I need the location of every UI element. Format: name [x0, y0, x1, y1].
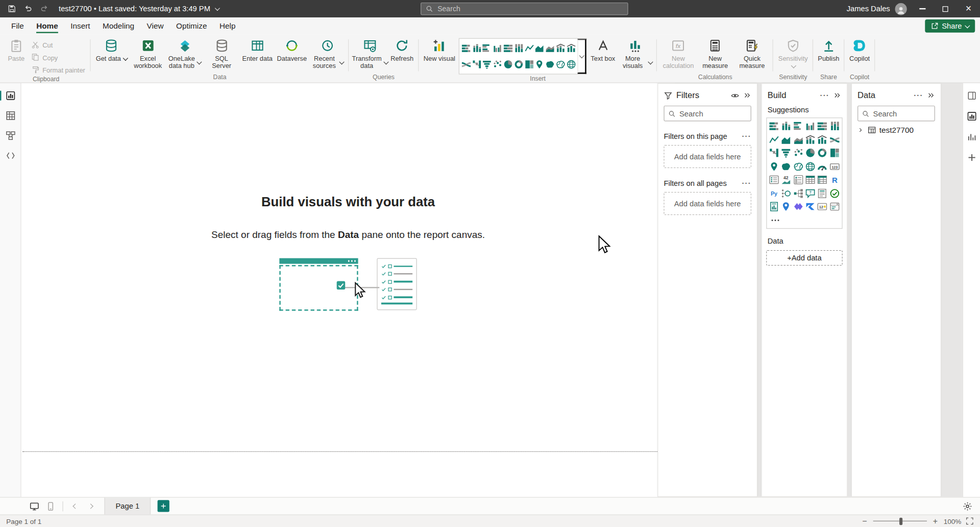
stacked-area-chart[interactable]: [793, 134, 804, 145]
ribbon-chart[interactable]: [461, 59, 471, 69]
clustered-bar-chart[interactable]: [793, 121, 804, 131]
filters-visibility-button[interactable]: [730, 91, 739, 100]
ribbon-tab[interactable]: View: [140, 17, 169, 34]
save-button[interactable]: [4, 1, 20, 16]
share-button[interactable]: Share: [925, 19, 975, 33]
slicer-new[interactable]: [829, 201, 840, 212]
line-and-clustered-column-chart[interactable]: [566, 43, 576, 53]
excel-workbook-button[interactable]: Excel workbook: [130, 36, 166, 69]
key-influencers[interactable]: [781, 188, 792, 199]
stacked-bar-chart[interactable]: [461, 43, 471, 53]
stacked-column-chart[interactable]: [472, 43, 482, 53]
collapse-filters-button[interactable]: [743, 91, 751, 100]
pie-chart[interactable]: [805, 148, 816, 158]
next-page-button[interactable]: [83, 498, 100, 514]
pane-layout-button[interactable]: [965, 89, 978, 103]
get-more-visuals-button[interactable]: [770, 215, 781, 226]
line-and-stacked-column-chart[interactable]: [556, 43, 566, 53]
quick-measure-button[interactable]: Quick measure: [734, 36, 770, 69]
redo-button[interactable]: [36, 1, 53, 16]
scatter-chart[interactable]: [493, 59, 503, 69]
ribbon-tab[interactable]: Insert: [64, 17, 96, 34]
line-and-stacked-column-chart[interactable]: [805, 134, 816, 145]
map[interactable]: [534, 59, 545, 69]
area-chart[interactable]: [534, 43, 545, 53]
smart-narrative[interactable]: [817, 188, 828, 199]
enter-data-button[interactable]: Enter data: [240, 36, 275, 62]
power-apps[interactable]: [793, 201, 804, 212]
zoom-slider[interactable]: [873, 517, 926, 525]
qna-visual[interactable]: ?: [805, 188, 816, 199]
clustered-column-chart[interactable]: [805, 121, 816, 131]
collapse-build-button[interactable]: [833, 91, 841, 100]
kpi[interactable]: 42: [781, 175, 792, 185]
power-automate[interactable]: [805, 201, 816, 212]
pie-chart[interactable]: [503, 59, 513, 69]
clustered-bar-chart[interactable]: [482, 43, 493, 53]
ribbon-tab[interactable]: Modeling: [96, 17, 141, 34]
undo-button[interactable]: [20, 1, 36, 16]
publish-button[interactable]: Publish: [816, 36, 842, 62]
donut-chart[interactable]: [513, 59, 524, 69]
clustered-column-chart[interactable]: [493, 43, 503, 53]
gauge[interactable]: [817, 161, 828, 172]
card[interactable]: 123: [829, 161, 840, 172]
scatter-chart[interactable]: [793, 148, 804, 158]
filters-search-input[interactable]: [679, 109, 747, 118]
paste-button[interactable]: Paste: [5, 36, 29, 62]
zoom-in-button[interactable]: [931, 517, 939, 525]
cut-button[interactable]: Cut: [29, 39, 87, 50]
copilot-button[interactable]: Copilot: [847, 36, 871, 62]
data-pane-toggle-button[interactable]: [965, 130, 978, 144]
add-pane-button[interactable]: [965, 151, 978, 164]
zoom-out-button[interactable]: [861, 517, 869, 525]
ribbon-tab[interactable]: Help: [213, 17, 242, 34]
data-search-box[interactable]: [857, 106, 935, 122]
new-visual-button[interactable]: New visual: [422, 36, 457, 62]
sql-server-button[interactable]: SQL Server: [204, 36, 240, 69]
metrics[interactable]: [829, 188, 840, 199]
line-and-clustered-column-chart[interactable]: [817, 134, 828, 145]
transform-data-button[interactable]: Transform data: [352, 36, 388, 69]
100-stacked-column-chart[interactable]: [513, 43, 524, 53]
100-stacked-column-chart[interactable]: [829, 121, 840, 131]
filters-all-dropzone[interactable]: Add data fields here: [664, 192, 751, 215]
line-chart[interactable]: [524, 43, 534, 53]
data-search-input[interactable]: [873, 109, 931, 118]
treemap[interactable]: [829, 148, 840, 158]
recent-sources-button[interactable]: Recent sources: [309, 36, 346, 69]
filled-map[interactable]: [781, 161, 792, 172]
format-painter-button[interactable]: Format painter: [29, 64, 87, 75]
waterfall-chart[interactable]: [472, 59, 482, 69]
more-visuals-button[interactable]: More visuals: [618, 36, 654, 69]
line-chart[interactable]: [769, 134, 779, 145]
ribbon-chart[interactable]: [829, 134, 840, 145]
multi-row-card[interactable]: [769, 175, 779, 185]
filled-map[interactable]: [545, 59, 555, 69]
build-pane-toggle-button[interactable]: [965, 109, 978, 123]
funnel-chart[interactable]: [781, 148, 792, 158]
arcgis-map[interactable]: [781, 201, 792, 212]
filters-search-box[interactable]: [664, 106, 751, 122]
refresh-button[interactable]: Refresh: [388, 36, 415, 62]
sensitivity-button[interactable]: Sensitivity: [776, 36, 810, 68]
previous-page-button[interactable]: [67, 498, 83, 514]
waterfall-chart[interactable]: [769, 148, 779, 158]
build-more-button[interactable]: [820, 91, 829, 99]
area-chart[interactable]: [781, 134, 792, 145]
table[interactable]: [805, 175, 816, 185]
new-page-button[interactable]: [158, 500, 169, 512]
zoom-slider-handle[interactable]: [899, 517, 902, 525]
map[interactable]: [769, 161, 779, 172]
100-stacked-bar-chart[interactable]: [817, 121, 828, 131]
report-view-button[interactable]: [2, 87, 18, 104]
ribbon-tab[interactable]: File: [5, 17, 30, 34]
add-data-button[interactable]: +Add data: [766, 250, 842, 266]
treemap[interactable]: [524, 59, 534, 69]
ribbon-tab[interactable]: Optimize: [170, 17, 213, 34]
data-more-button[interactable]: [914, 91, 923, 99]
copy-button[interactable]: Copy: [29, 52, 87, 63]
page-tab[interactable]: Page 1: [104, 497, 151, 515]
close-button[interactable]: [957, 0, 980, 17]
slicer[interactable]: [793, 175, 804, 185]
